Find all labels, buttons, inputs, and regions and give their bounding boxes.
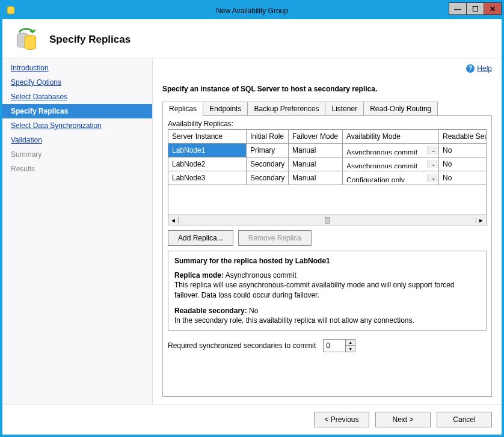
spinner-down-icon[interactable]: ▼ [346,346,355,352]
readable-secondary-label: Readable secondary: [174,307,247,315]
replica-mode-value: Asynchronous commit [226,271,297,280]
tab-replicas[interactable]: Replicas [162,102,203,116]
readable-secondary-value: No [249,307,258,315]
scroll-right-icon[interactable]: ► [476,217,486,224]
cell-availability-mode[interactable]: Asynchronous commit⌄ [343,157,439,171]
replicas-icon [13,26,40,53]
required-sync-label: Required synchronized secondaries to com… [168,341,316,350]
remove-replica-button: Remove Replica [238,230,312,246]
close-button[interactable]: ✕ [484,2,502,15]
help-link[interactable]: Help [477,64,492,73]
grid-hscrollbar[interactable]: ◄ ► [168,215,487,225]
col-initial-role[interactable]: Initial Role [247,130,289,144]
sidebar-item-select-data-sync[interactable]: Select Data Synchronization [2,118,152,133]
add-replica-button[interactable]: Add Replica... [168,230,233,246]
previous-button[interactable]: < Previous [314,412,369,427]
readable-secondary-description: In the secondary role, this availability… [174,316,480,325]
cell-initial-role: Primary [247,144,289,157]
main-panel: ? Help Specify an instance of SQL Server… [153,58,502,404]
next-button[interactable]: Next > [375,412,431,427]
cell-initial-role: Secondary [247,157,289,171]
maximize-button[interactable]: ☐ [466,2,484,15]
cell-failover-mode[interactable]: Manual [289,144,343,157]
sidebar-item-summary: Summary [2,147,152,162]
col-readable-secondary[interactable]: Readable Secondar [439,130,487,144]
chevron-down-icon[interactable]: ⌄ [428,146,438,154]
window-controls: — ☐ ✕ [449,2,502,15]
cell-server-instance[interactable]: LabNode1 [168,144,247,157]
spinner-up-icon[interactable]: ▲ [346,340,355,346]
replicas-grid[interactable]: Server Instance Initial Role Failover Mo… [168,129,487,185]
db-icon [6,5,16,15]
tab-backup-preferences[interactable]: Backup Preferences [247,102,325,116]
footer: < Previous Next > Cancel [2,404,502,435]
cell-server-instance[interactable]: LabNode3 [168,171,247,185]
replica-mode-description: This replica will use asynchronous-commi… [174,280,480,299]
instruction-text: Specify an instance of SQL Server to hos… [162,85,492,93]
titlebar: New Availability Group — ☐ ✕ [2,2,502,19]
wizard-window: New Availability Group — ☐ ✕ Specify Rep… [2,2,502,435]
chevron-down-icon[interactable]: ⌄ [428,174,438,182]
replica-mode-label: Replica mode: [174,271,224,280]
col-availability-mode[interactable]: Availability Mode [343,130,439,144]
tab-panel-replicas: Availability Replicas: Server Inst [162,115,492,397]
required-sync-input[interactable] [324,340,345,352]
cell-availability-mode[interactable]: Asynchronous commit⌄ [343,144,439,157]
scroll-thumb[interactable] [325,217,330,224]
sidebar-item-specify-replicas[interactable]: Specify Replicas [2,104,152,118]
help-icon: ? [466,64,475,73]
tab-endpoints[interactable]: Endpoints [203,102,248,116]
sidebar-item-results: Results [2,162,152,176]
tab-listener[interactable]: Listener [325,102,364,116]
summary-title: Summary for the replica hosted by LabNod… [174,256,480,266]
col-server-instance[interactable]: Server Instance [168,130,247,144]
sidebar: Introduction Specify Options Select Data… [2,58,153,404]
availability-replicas-label: Availability Replicas: [168,120,487,128]
required-sync-spinner[interactable]: ▲ ▼ [323,339,355,352]
cell-readable-secondary[interactable]: No [439,144,487,157]
tab-strip: Replicas Endpoints Backup Preferences Li… [162,102,492,116]
table-row[interactable]: LabNode2 Secondary Manual Asynchronous c… [168,157,487,171]
col-failover-mode[interactable]: Failover Mode [289,130,343,144]
cell-failover-mode[interactable]: Manual [289,157,343,171]
chevron-down-icon[interactable]: ⌄ [428,160,438,168]
cell-server-instance[interactable]: LabNode2 [168,157,247,171]
cell-failover-mode[interactable]: Manual [289,171,343,185]
minimize-button[interactable]: — [449,2,467,15]
cell-readable-secondary[interactable]: No [439,171,487,185]
sidebar-item-specify-options[interactable]: Specify Options [2,75,152,90]
grid-empty-area [168,185,487,215]
scroll-left-icon[interactable]: ◄ [168,217,179,224]
window-title: New Availability Group [216,7,288,15]
page-title: Specify Replicas [49,34,131,46]
cancel-button[interactable]: Cancel [437,412,492,427]
cell-readable-secondary[interactable]: No [439,157,487,171]
table-row[interactable]: LabNode1 Primary Manual Asynchronous com… [168,144,487,157]
sidebar-item-validation[interactable]: Validation [2,133,152,147]
tab-read-only-routing[interactable]: Read-Only Routing [363,102,438,116]
header: Specify Replicas [2,19,502,58]
cell-availability-mode[interactable]: Configuration only⌄ [343,171,439,185]
sidebar-item-select-databases[interactable]: Select Databases [2,90,152,104]
table-row[interactable]: LabNode3 Secondary Manual Configuration … [168,171,487,185]
cell-initial-role: Secondary [247,171,289,185]
replica-summary-box: Summary for the replica hosted by LabNod… [168,251,487,331]
sidebar-item-introduction[interactable]: Introduction [2,61,152,75]
